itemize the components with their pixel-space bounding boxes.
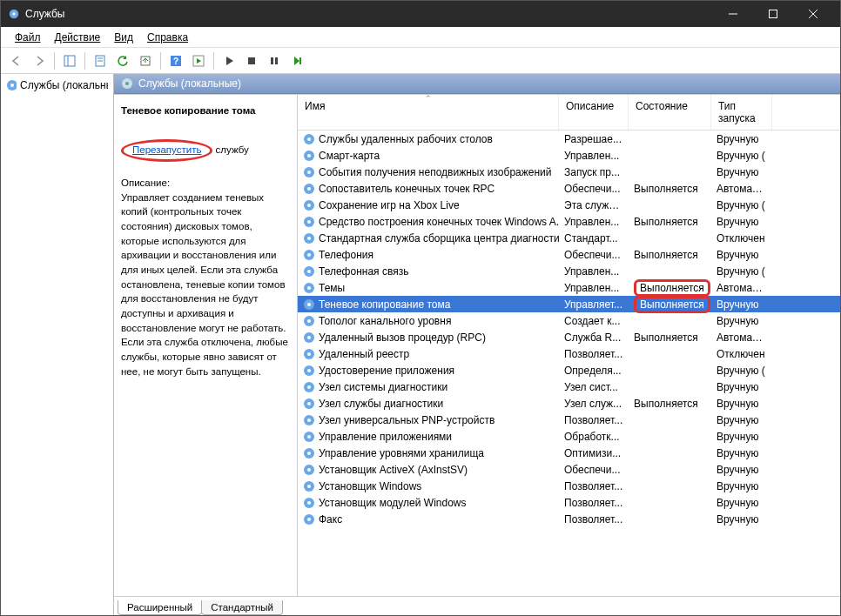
- titlebar[interactable]: Службы: [1, 1, 840, 27]
- service-startup: Вручную: [711, 480, 772, 492]
- gear-icon: [303, 298, 315, 311]
- gear-icon: [303, 431, 315, 443]
- service-row[interactable]: Удаленный реестрПозволяет...Отключен: [298, 345, 840, 362]
- back-button[interactable]: [6, 50, 27, 71]
- service-row[interactable]: Узел службы диагностикиУзел служ...Выпол…: [298, 395, 840, 412]
- tree-root[interactable]: Службы (локальные): [4, 77, 110, 93]
- service-row[interactable]: Управление приложениямиОбработк...Вручну…: [298, 428, 840, 445]
- service-name: Тополог канального уровня: [298, 315, 559, 327]
- svg-point-32: [307, 204, 311, 207]
- service-row[interactable]: Установщик ActiveX (AxInstSV)Обеспечи...…: [298, 461, 840, 478]
- service-startup: Вручную: [711, 431, 772, 443]
- service-name: Управление уровнями хранилища: [298, 447, 559, 459]
- service-startup: Автоматич: [711, 331, 772, 344]
- action-button[interactable]: [188, 50, 209, 71]
- list-body[interactable]: Службы удаленных рабочих столовРазрешае.…: [298, 131, 840, 596]
- service-row[interactable]: Управление уровнями хранилищаОптимизи...…: [298, 445, 840, 461]
- service-row[interactable]: Сохранение игр на Xbox LiveЭта служб...В…: [298, 197, 840, 213]
- service-row[interactable]: События получения неподвижных изображени…: [298, 164, 840, 180]
- maximize-button[interactable]: [753, 1, 793, 27]
- service-startup: Вручную: [711, 398, 772, 410]
- start-service-button[interactable]: [219, 50, 239, 71]
- column-startup[interactable]: Тип запуска: [711, 95, 772, 130]
- service-desc: Разрешае...: [559, 133, 629, 145]
- service-row[interactable]: Удаленный вызов процедур (RPC)Служба R..…: [298, 329, 840, 345]
- tab-standard[interactable]: Стандартный: [201, 600, 283, 615]
- service-startup: Отключен: [711, 348, 772, 360]
- gear-icon: [303, 513, 315, 526]
- service-row[interactable]: Установщик модулей WindowsПозволяет...Вр…: [298, 494, 840, 511]
- svg-point-70: [307, 518, 311, 521]
- service-row[interactable]: Службы удаленных рабочих столовРазрешае.…: [298, 131, 840, 147]
- service-startup: Вручную: [711, 249, 772, 261]
- refresh-button[interactable]: [112, 50, 133, 71]
- service-row[interactable]: Смарт-картаУправлен...Вручную (: [298, 147, 840, 164]
- service-desc: Управляет...: [559, 298, 629, 311]
- tab-extended[interactable]: Расширенный: [118, 600, 202, 615]
- service-startup: Отключен: [711, 232, 772, 244]
- gear-icon: [303, 216, 315, 228]
- service-row[interactable]: Средство построения конечных точек Windo…: [298, 213, 840, 230]
- service-row[interactable]: Удостоверение приложенияОпределя...Вручн…: [298, 362, 840, 378]
- svg-point-46: [307, 319, 311, 323]
- service-startup: Вручную (: [711, 365, 772, 377]
- service-row[interactable]: Тополог канального уровняСоздает к...Вру…: [298, 312, 840, 329]
- service-row[interactable]: Узел системы диагностикиУзел сист...Вруч…: [298, 378, 840, 395]
- service-row[interactable]: ТелефонияОбеспечи...ВыполняетсяВручную: [298, 246, 840, 263]
- service-row[interactable]: Телефонная связьУправлен...Вручную (: [298, 263, 840, 279]
- minimize-button[interactable]: [713, 1, 753, 27]
- service-startup: Вручную (: [711, 199, 772, 211]
- show-hide-tree-button[interactable]: [59, 50, 80, 71]
- properties-button[interactable]: [90, 50, 111, 71]
- column-name[interactable]: ⌃Имя: [298, 95, 559, 130]
- service-row[interactable]: ТемыУправлен...ВыполняетсяАвтоматич: [298, 279, 840, 296]
- service-name: Установщик ActiveX (AxInstSV): [298, 464, 559, 476]
- service-name: Телефония: [298, 249, 559, 261]
- restart-service-link[interactable]: Перезапустить: [132, 144, 201, 155]
- menu-help[interactable]: Справка: [140, 30, 195, 45]
- column-state[interactable]: Состояние: [629, 95, 711, 130]
- service-desc: Узел сист...: [559, 381, 629, 393]
- column-description[interactable]: Описание: [559, 95, 629, 130]
- restart-service-button[interactable]: [286, 50, 307, 71]
- menu-file[interactable]: Файл: [8, 30, 48, 45]
- service-row[interactable]: Установщик WindowsПозволяет...Вручную: [298, 478, 840, 494]
- service-name: Удаленный вызов процедур (RPC): [298, 331, 559, 344]
- close-button[interactable]: [793, 1, 833, 27]
- export-button[interactable]: [135, 50, 156, 71]
- svg-point-58: [307, 418, 311, 422]
- stop-service-button[interactable]: [241, 50, 262, 71]
- service-name: Узел службы диагностики: [298, 398, 559, 410]
- gear-icon: [303, 133, 315, 145]
- service-row[interactable]: Сопоставитель конечных точек RPCОбеспечи…: [298, 180, 840, 197]
- svg-point-56: [307, 402, 311, 405]
- help-button[interactable]: ?: [165, 50, 186, 71]
- service-name: Средство построения конечных точек Windo…: [298, 216, 559, 228]
- svg-point-36: [307, 237, 311, 240]
- service-row[interactable]: Стандартная служба сборщика центра диагн…: [298, 230, 840, 246]
- service-startup: Вручную: [711, 298, 772, 311]
- service-desc: Обеспечи...: [559, 249, 629, 261]
- service-desc: Эта служб...: [559, 199, 629, 211]
- pause-service-button[interactable]: [264, 50, 285, 71]
- svg-point-34: [307, 220, 311, 224]
- tree-root-label: Службы (локальные): [20, 79, 108, 91]
- service-name: Факс: [298, 513, 559, 526]
- gear-icon: [303, 480, 315, 492]
- service-desc: Позволяет...: [559, 513, 629, 526]
- menu-action[interactable]: Действие: [48, 30, 108, 45]
- service-row[interactable]: ФаксПозволяет...Вручную: [298, 511, 840, 527]
- service-row[interactable]: Теневое копирование томаУправляет...Выпо…: [298, 296, 840, 312]
- menu-view[interactable]: Вид: [107, 30, 140, 45]
- tree-pane: Службы (локальные): [1, 74, 114, 615]
- gear-icon: [303, 447, 315, 459]
- service-startup: Вручную (: [711, 150, 772, 162]
- service-name: Сохранение игр на Xbox Live: [298, 199, 559, 211]
- forward-button[interactable]: [29, 50, 50, 71]
- svg-rect-16: [271, 57, 273, 64]
- service-state: Выполняется: [629, 279, 711, 297]
- svg-point-60: [307, 435, 311, 439]
- service-startup: Вручную: [711, 513, 772, 526]
- svg-rect-15: [248, 57, 255, 64]
- service-row[interactable]: Узел универсальных PNP-устройствПозволяе…: [298, 412, 840, 428]
